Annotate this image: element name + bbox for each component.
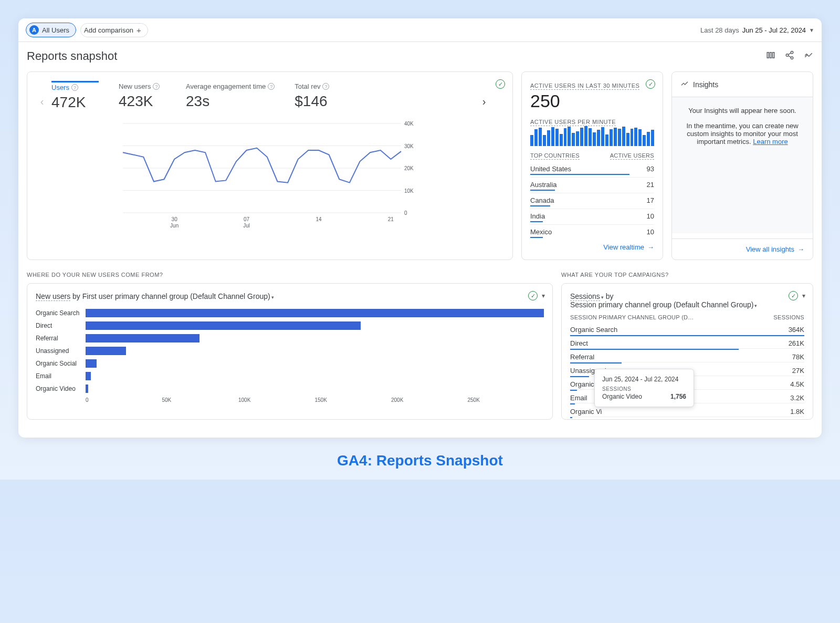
metric-new-users[interactable]: New users ?423K	[119, 82, 166, 110]
figure-caption: GA4: Reports Snapshot	[18, 452, 822, 469]
insights-card: Insights Your Insights will appear here …	[671, 71, 813, 260]
realtime-card: ✓ ACTIVE USERS IN LAST 30 MINUTES 250 AC…	[521, 71, 663, 260]
minute-bar	[593, 132, 596, 146]
hbar-row[interactable]: Organic Search	[36, 307, 544, 319]
chevron-down-icon: ▾	[271, 295, 274, 300]
svg-line-6	[788, 53, 791, 55]
new-users-card-title[interactable]: New users by First user primary channel …	[36, 292, 544, 300]
segment-label: All Users	[42, 26, 69, 34]
campaigns-card: ✓ ▾ Sessions▾ by Session primary channel…	[561, 283, 813, 420]
minute-bar	[560, 134, 563, 146]
sparkle-icon	[680, 79, 689, 89]
metric-total-rev[interactable]: Total rev ?$146	[295, 82, 342, 110]
per-minute-bars	[530, 126, 654, 146]
date-range-picker[interactable]: Last 28 days Jun 25 - Jul 22, 2024 ▼	[700, 26, 814, 34]
arrow-right-icon: →	[647, 243, 654, 251]
metric-users[interactable]: Users ?472K	[51, 81, 99, 111]
hbar-row[interactable]: Referral	[36, 332, 544, 345]
svg-point-3	[791, 51, 793, 54]
hbar-row[interactable]: Organic Video	[36, 382, 544, 395]
view-all-insights-link[interactable]: View all insights →	[672, 238, 813, 259]
tooltip-row-value: 1,756	[670, 393, 686, 400]
svg-text:07: 07	[244, 216, 250, 222]
new-users-card: ✓ ▾ New users by First user primary chan…	[27, 283, 553, 420]
insights-headline: Your Insights will appear here soon.	[680, 107, 804, 115]
minute-bar	[539, 128, 542, 146]
arrow-right-icon: →	[797, 245, 804, 253]
minute-bar	[572, 133, 575, 146]
date-range-value: Jun 25 - Jul 22, 2024	[742, 26, 806, 34]
minute-bar	[597, 130, 600, 146]
hbar-row[interactable]: Direct	[36, 319, 544, 332]
svg-text:21: 21	[388, 216, 394, 222]
minute-bar	[626, 133, 629, 146]
svg-rect-0	[767, 53, 769, 58]
share-icon[interactable]	[785, 50, 794, 62]
sessions-header-left: SESSION PRIMARY CHANNEL GROUP (D…	[570, 314, 694, 320]
overview-row: ✓ ‹ › Users ?472KNew users ?423KAverage …	[27, 71, 813, 260]
hbar-row[interactable]: Unassigned	[36, 345, 544, 357]
session-row[interactable]: Organic Search364K	[570, 323, 804, 335]
insights-body: Your Insights will appear here soon. In …	[672, 97, 813, 233]
insights-icon[interactable]	[804, 50, 813, 62]
country-row[interactable]: India10	[530, 209, 654, 221]
help-icon[interactable]: ?	[322, 83, 329, 90]
metrics-carousel: ‹ › Users ?472KNew users ?423KAverage en…	[36, 80, 504, 111]
country-row[interactable]: Australia21	[530, 177, 654, 190]
content: ✓ ‹ › Users ?472KNew users ?423KAverage …	[18, 68, 822, 438]
countries-list: United States93 Australia21 Canada17 Ind…	[530, 162, 654, 238]
country-row[interactable]: United States93	[530, 162, 654, 174]
minute-bar	[589, 128, 592, 146]
titlebar: Reports snapshot	[18, 42, 822, 68]
svg-text:Jun: Jun	[170, 223, 178, 229]
minute-bar	[601, 127, 604, 146]
plus-icon: +	[136, 26, 141, 35]
bar-chart-axis: 050K100K150K200K250K	[86, 397, 544, 403]
topbar: A All Users Add comparison + Last 28 day…	[18, 18, 822, 42]
card-menu-button[interactable]: ▾	[802, 292, 805, 299]
page-title: Reports snapshot	[27, 49, 117, 63]
realtime-title: ACTIVE USERS IN LAST 30 MINUTES	[530, 82, 639, 90]
help-icon[interactable]: ?	[153, 83, 160, 90]
minute-bar	[605, 134, 608, 146]
campaigns-card-title[interactable]: Sessions▾ by Session primary channel gro…	[570, 292, 804, 309]
hbar-row[interactable]: Email	[36, 370, 544, 382]
learn-more-link[interactable]: Learn more	[753, 138, 788, 146]
carousel-prev-button[interactable]: ‹	[36, 95, 48, 108]
svg-rect-1	[770, 53, 772, 58]
session-row[interactable]: Referral78K	[570, 350, 804, 362]
help-icon[interactable]: ?	[268, 83, 275, 90]
customize-icon[interactable]	[766, 50, 775, 62]
view-realtime-link[interactable]: View realtime →	[530, 243, 654, 251]
svg-text:Jul: Jul	[243, 223, 250, 229]
hbar-row[interactable]: Organic Social	[36, 357, 544, 370]
country-row[interactable]: Mexico10	[530, 224, 654, 237]
sessions-header-right: SESSIONS	[773, 314, 804, 320]
realtime-value: 250	[530, 91, 654, 111]
carousel-next-button[interactable]: ›	[478, 95, 490, 108]
tooltip-row-label: Organic Video	[602, 393, 642, 400]
overview-card: ✓ ‹ › Users ?472KNew users ?423KAverage …	[27, 71, 513, 260]
add-comparison-label: Add comparison	[84, 26, 133, 34]
card-menu-button[interactable]: ▾	[542, 292, 545, 299]
help-icon[interactable]: ?	[71, 84, 78, 91]
users-line-chart: 010K20K30K40K30Jun07Jul1421	[36, 118, 504, 236]
countries-header-left: TOP COUNTRIES	[530, 152, 580, 160]
insights-header: Insights	[672, 72, 813, 97]
add-comparison-button[interactable]: Add comparison +	[80, 23, 148, 37]
svg-text:40K: 40K	[404, 121, 414, 127]
new-users-bar-chart: Organic Search Direct Referral Unassigne…	[36, 307, 544, 395]
session-row[interactable]: Direct261K	[570, 336, 804, 349]
metric-average-engagement-time[interactable]: Average engagement time ?23s	[186, 82, 275, 110]
svg-line-7	[788, 56, 791, 57]
svg-text:30K: 30K	[404, 143, 414, 149]
minute-bar	[614, 128, 617, 146]
countries-header-right: ACTIVE USERS	[610, 152, 654, 160]
segment-badge: A	[29, 25, 39, 35]
minute-bar	[580, 128, 583, 146]
minute-bar	[555, 129, 559, 146]
minute-bar	[584, 126, 587, 146]
country-row[interactable]: Canada17	[530, 193, 654, 205]
chevron-down-icon: ▾	[754, 303, 757, 308]
segment-all-users[interactable]: A All Users	[26, 23, 76, 37]
